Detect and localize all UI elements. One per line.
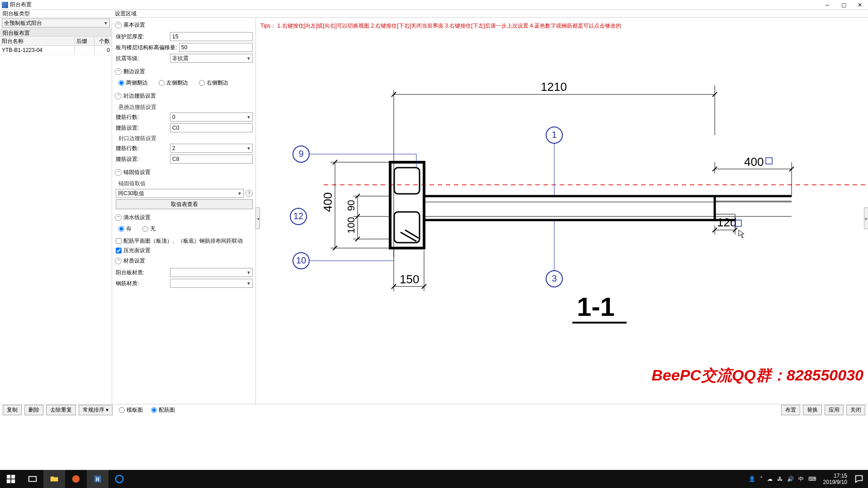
explorer-icon[interactable] xyxy=(43,470,65,488)
svg-rect-58 xyxy=(7,475,10,479)
cover-input[interactable] xyxy=(170,32,253,41)
balcony-type-select[interactable]: 全预制板式阳台 ▾ xyxy=(2,19,110,28)
cant-rows-select[interactable]: 0 ▾ xyxy=(170,113,253,122)
clock[interactable]: 17:15 2019/9/10 xyxy=(821,473,850,485)
clos-rows-select[interactable]: 2 ▾ xyxy=(170,144,253,153)
cloud-icon[interactable]: ☁ xyxy=(767,476,773,482)
network-icon[interactable]: 🖧 xyxy=(777,476,783,482)
volume-icon[interactable]: 🔊 xyxy=(787,476,794,482)
cant-spec-input[interactable] xyxy=(170,123,253,132)
collapse-icon: ⌃ xyxy=(115,22,122,28)
seismic-select[interactable]: 非抗震 ▾ xyxy=(170,54,253,63)
notifications-icon[interactable] xyxy=(850,470,868,488)
svg-rect-62 xyxy=(29,477,37,482)
row-count: 0 xyxy=(94,46,112,54)
start-button[interactable] xyxy=(0,470,22,488)
section-waist-toggle[interactable]: ⌃ 封边腰筋设置 xyxy=(115,91,253,101)
clos-spec-input[interactable] xyxy=(170,155,253,164)
dim-90[interactable]: 90 xyxy=(345,200,357,211)
drip-no-radio[interactable]: 无 xyxy=(142,225,156,233)
edit-handle-icon[interactable] xyxy=(766,158,772,164)
copy-button[interactable]: 复制 xyxy=(3,405,22,415)
chevron-down-icon: ▾ xyxy=(236,190,243,197)
flip-right-radio[interactable]: 右侧翻边 xyxy=(199,79,228,87)
press-face-label: 压光面设置 xyxy=(123,247,151,254)
dim-h400[interactable]: 400 xyxy=(321,192,335,212)
section-waist-title: 封边腰筋设置 xyxy=(123,92,156,100)
flip-both-radio[interactable]: 两侧翻边 xyxy=(118,79,148,87)
balcony-type-value: 全预制板式阳台 xyxy=(2,19,102,27)
rebar-link-checkbox[interactable] xyxy=(116,238,122,244)
app-icon-1[interactable] xyxy=(65,470,87,488)
drawing-canvas[interactable]: ◂ ▸ Tips： 1.右键按住[向左]或[向右]可以切换视图 2.右键按住[下… xyxy=(256,18,868,404)
sort-button[interactable]: 常规排序 ▾ xyxy=(79,405,113,415)
settings-region-label: 设置区域 xyxy=(112,10,137,18)
cursor-icon xyxy=(739,230,744,238)
dim-100[interactable]: 100 xyxy=(345,217,357,234)
cantilever-sublabel: 悬挑边腰筋设置 xyxy=(116,103,253,111)
section-basic-toggle[interactable]: ⌃ 基本设置 xyxy=(115,20,253,30)
dim-top[interactable]: 1210 xyxy=(541,80,567,94)
section-basic-title: 基本设置 xyxy=(123,21,145,29)
chevron-down-icon: ▾ xyxy=(245,280,252,286)
offset-input[interactable] xyxy=(179,43,253,52)
edge-icon[interactable] xyxy=(108,470,130,488)
anchorage-table-button[interactable]: 取值表查看 xyxy=(116,199,253,209)
system-tray[interactable]: 👤 ˄ ☁ 🖧 🔊 中 ⌨ xyxy=(744,475,821,483)
layout-button[interactable]: 布置 xyxy=(781,405,800,415)
dim-right2[interactable]: 12d xyxy=(717,216,736,229)
svg-point-63 xyxy=(72,475,80,483)
svg-rect-59 xyxy=(11,475,15,479)
window-title: 阳台布置 xyxy=(10,1,819,9)
dim-150[interactable]: 150 xyxy=(400,272,419,286)
section-flip-title: 翻边设置 xyxy=(123,68,145,75)
cover-label: 保护层厚度: xyxy=(116,33,170,41)
dim-right1[interactable]: 400 xyxy=(744,155,764,169)
press-face-checkbox[interactable] xyxy=(116,248,122,253)
svg-rect-8 xyxy=(394,212,420,243)
revit-icon[interactable]: R xyxy=(87,470,108,488)
minimize-button[interactable]: ─ xyxy=(819,0,835,10)
slab-material-label: 阳台板材质: xyxy=(116,269,170,277)
taskbar: R 👤 ˄ ☁ 🖧 🔊 中 ⌨ 17:15 2019/9/10 xyxy=(0,470,868,488)
tray-chevron-icon[interactable]: ˄ xyxy=(760,476,763,482)
help-icon[interactable]: ? xyxy=(245,190,253,197)
people-icon[interactable]: 👤 xyxy=(749,476,755,482)
dedup-button[interactable]: 去除重复 xyxy=(46,405,76,415)
collapse-icon: ⌃ xyxy=(115,68,122,75)
col-header-count: 个数 xyxy=(94,37,112,45)
replace-button[interactable]: 替换 xyxy=(803,405,822,415)
section-material-toggle[interactable]: ⌃ 材质设置 xyxy=(115,256,253,266)
section-title: 1-1 xyxy=(577,292,615,321)
view-rebar-radio[interactable]: 配筋图 xyxy=(151,406,175,414)
type-label: 阳台板类型 xyxy=(0,10,112,17)
apply-button[interactable]: 应用 xyxy=(825,405,844,415)
row-name: YTB-B1-1223-04 xyxy=(0,46,75,54)
rebar-material-select[interactable]: ▾ xyxy=(170,279,253,288)
col-header-suffix: 后缀 xyxy=(75,37,94,45)
table-row[interactable]: YTB-B1-1223-04 0 xyxy=(0,46,112,55)
keyboard-icon[interactable]: ⌨ xyxy=(808,476,816,482)
ime-icon[interactable]: 中 xyxy=(798,475,804,483)
drip-yes-radio[interactable]: 有 xyxy=(118,225,132,233)
flip-left-radio[interactable]: 左侧翻边 xyxy=(159,79,188,87)
section-anchorage-toggle[interactable]: ⌃ 锚固值设置 xyxy=(115,168,253,177)
rebar-material-label: 钢筋材质: xyxy=(116,280,170,287)
svg-line-9 xyxy=(401,232,416,241)
close-button-footer[interactable]: 关闭 xyxy=(846,405,865,415)
section-anchorage-title: 锚固值设置 xyxy=(123,169,151,176)
svg-text:1: 1 xyxy=(552,130,557,140)
anchorage-source-select[interactable]: 同C30取值 ▾ xyxy=(116,189,244,198)
chevron-down-icon: ▾ xyxy=(245,55,252,61)
offset-label: 板与楼层结构标高偏移量: xyxy=(116,44,179,52)
taskview-button[interactable] xyxy=(22,470,43,488)
section-drip-title: 滴水线设置 xyxy=(123,214,151,221)
delete-button[interactable]: 删除 xyxy=(24,405,43,415)
maximize-button[interactable]: ▢ xyxy=(835,0,852,10)
slab-material-select[interactable]: ▾ xyxy=(170,268,253,277)
collapse-icon: ⌃ xyxy=(115,214,122,221)
view-template-radio[interactable]: 模板图 xyxy=(119,406,143,414)
section-flip-toggle[interactable]: ⌃ 翻边设置 xyxy=(115,67,253,76)
close-button[interactable]: ✕ xyxy=(852,0,868,10)
section-drip-toggle[interactable]: ⌃ 滴水线设置 xyxy=(115,213,253,222)
